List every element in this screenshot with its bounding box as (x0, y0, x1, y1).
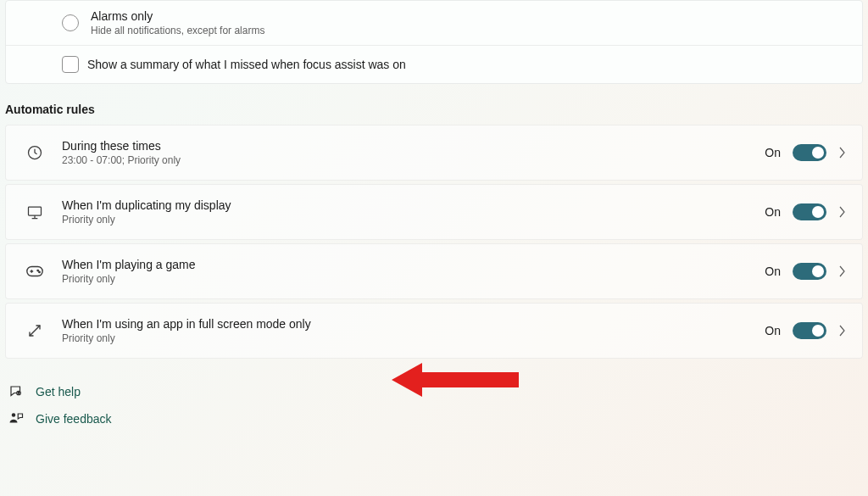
rule-subtitle: Priority only (62, 214, 765, 226)
give-feedback-link[interactable]: Give feedback (8, 408, 865, 435)
rule-during-times[interactable]: During these times 23:00 - 07:00; Priori… (5, 125, 863, 181)
svg-point-3 (37, 270, 38, 270)
checkbox-show-summary[interactable] (62, 56, 79, 73)
clock-icon (23, 144, 47, 161)
give-feedback-label: Give feedback (36, 412, 112, 426)
focus-assist-options-panel: Alarms only Hide all notifications, exce… (5, 0, 863, 84)
rule-title: During these times (62, 139, 765, 153)
rule-title: When I'm playing a game (62, 258, 765, 271)
toggle-fullscreen-app[interactable] (793, 322, 826, 339)
chevron-right-icon[interactable] (838, 325, 847, 337)
radio-alarms-only[interactable] (62, 14, 79, 31)
rule-duplicating-display[interactable]: When I'm duplicating my display Priority… (5, 184, 863, 240)
rule-title: When I'm duplicating my display (62, 198, 765, 212)
monitor-icon (23, 203, 47, 220)
feedback-icon (8, 411, 24, 426)
rule-playing-game[interactable]: When I'm playing a game Priority only On (5, 243, 863, 299)
svg-text:?: ? (18, 392, 19, 395)
option-label: Show a summary of what I missed when foc… (55, 58, 406, 71)
chevron-right-icon[interactable] (838, 206, 847, 218)
rule-state-label: On (765, 205, 781, 219)
get-help-link[interactable]: ? Get help (8, 381, 865, 408)
help-icon: ? (8, 384, 24, 399)
toggle-duplicating-display[interactable] (793, 203, 826, 220)
option-title: Alarms only (91, 9, 264, 23)
rule-state-label: On (765, 146, 781, 159)
get-help-label: Get help (36, 385, 81, 398)
option-show-summary[interactable]: Show a summary of what I missed when foc… (6, 45, 862, 83)
rule-subtitle: Priority only (62, 332, 765, 344)
toggle-playing-game[interactable] (793, 263, 826, 280)
rule-subtitle: Priority only (62, 273, 765, 285)
option-alarms-only[interactable]: Alarms only Hide all notifications, exce… (6, 1, 862, 45)
svg-point-7 (12, 413, 16, 417)
svg-point-4 (39, 271, 40, 272)
chevron-right-icon[interactable] (838, 147, 847, 159)
gamepad-icon (23, 265, 47, 278)
rule-fullscreen-app[interactable]: When I'm using an app in full screen mod… (5, 303, 863, 359)
footer-links: ? Get help Give feedback (0, 362, 868, 435)
svg-rect-1 (29, 207, 42, 215)
rule-title: When I'm using an app in full screen mod… (62, 317, 765, 331)
fullscreen-icon (23, 323, 47, 338)
option-subtitle: Hide all notifications, except for alarm… (91, 25, 264, 36)
automatic-rules-heading: Automatic rules (0, 84, 868, 125)
rule-state-label: On (765, 324, 781, 337)
chevron-right-icon[interactable] (838, 265, 847, 277)
rule-subtitle: 23:00 - 07:00; Priority only (62, 154, 765, 166)
toggle-during-times[interactable] (793, 144, 826, 161)
rule-state-label: On (765, 265, 781, 278)
